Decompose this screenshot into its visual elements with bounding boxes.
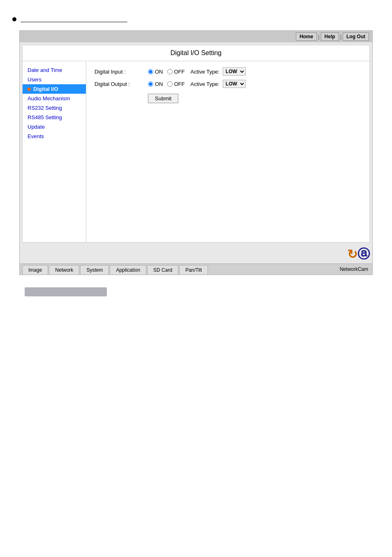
tab-system[interactable]: System xyxy=(80,265,109,275)
digital-output-radio-group: ON OFF Active Type: LOW HIGH xyxy=(148,80,246,88)
main-frame: Home | Help | Log Out Digital I/O Settin… xyxy=(19,30,373,275)
digital-input-row: Digital Input : ON OFF Active Type: LOW … xyxy=(95,67,361,76)
sidebar-item-audio-mechanism[interactable]: Audio Mechanism xyxy=(23,94,86,103)
tab-image[interactable]: Image xyxy=(22,265,48,275)
sidebar-item-rs232[interactable]: RS232 Setting xyxy=(23,103,86,113)
sidebar-item-digital-io[interactable]: Digital I/O xyxy=(23,84,86,94)
sidebar-label-rs232: RS232 Setting xyxy=(28,105,62,111)
home-button[interactable]: Home xyxy=(296,32,317,41)
sidebar-item-date-time[interactable]: Date and Time xyxy=(23,65,86,75)
digital-input-label: Digital Input : xyxy=(95,69,144,75)
brand-name: NetworkCam xyxy=(340,266,370,273)
main-content: Date and Time Users Digital I/O Audio Me… xyxy=(23,61,369,242)
logo-icons-row: ↻ ⓐ xyxy=(347,246,370,263)
digital-output-active-type-select[interactable]: LOW HIGH xyxy=(223,80,246,88)
camera-icon: ⓐ xyxy=(357,246,370,263)
globe-icon: ↻ xyxy=(347,247,357,261)
sidebar-item-users[interactable]: Users xyxy=(23,75,86,84)
digital-output-row: Digital Output : ON OFF Active Type: LOW… xyxy=(95,80,361,88)
sidebar-label-update: Update xyxy=(28,124,45,130)
digital-input-off-radio[interactable] xyxy=(167,69,173,74)
tab-sd-card[interactable]: SD Card xyxy=(147,265,178,275)
page-title: Digital I/O Setting xyxy=(23,45,369,61)
settings-panel: Digital Input : ON OFF Active Type: LOW … xyxy=(86,61,369,242)
sidebar-label-users: Users xyxy=(28,76,42,83)
sidebar-item-update[interactable]: Update xyxy=(23,122,86,132)
sidebar-label-events: Events xyxy=(28,133,44,139)
bullet-underline xyxy=(21,16,127,22)
help-button[interactable]: Help xyxy=(321,32,339,41)
content-area: Digital I/O Setting Date and Time Users … xyxy=(22,45,370,243)
bullet-section xyxy=(12,16,380,22)
digital-output-label: Digital Output : xyxy=(95,81,144,87)
bottom-section xyxy=(12,287,380,296)
active-dot-icon xyxy=(28,88,31,91)
bottom-tabs: Image Network System Application SD Card… xyxy=(20,263,372,275)
top-bar: Home | Help | Log Out xyxy=(20,31,372,42)
tab-application[interactable]: Application xyxy=(110,265,146,275)
sidebar-label-rs485: RS485 Setting xyxy=(28,114,62,120)
digital-output-off-label: OFF xyxy=(174,81,185,87)
digital-input-on-label: ON xyxy=(155,69,163,75)
digital-input-on-radio[interactable] xyxy=(148,69,153,74)
gray-bar xyxy=(25,287,107,296)
sidebar: Date and Time Users Digital I/O Audio Me… xyxy=(23,61,86,242)
sidebar-label-date-time: Date and Time xyxy=(28,67,62,73)
tab-network[interactable]: Network xyxy=(49,265,79,275)
digital-output-on-radio[interactable] xyxy=(148,81,153,87)
sidebar-item-rs485[interactable]: RS485 Setting xyxy=(23,113,86,122)
digital-output-on-label: ON xyxy=(155,81,163,87)
separator2: | xyxy=(340,34,342,40)
submit-button[interactable]: Submit xyxy=(148,94,178,103)
digital-input-active-type-select[interactable]: LOW HIGH xyxy=(223,67,246,76)
digital-output-off-radio[interactable] xyxy=(167,81,173,87)
logo-container: ↻ ⓐ xyxy=(20,245,372,263)
digital-input-active-type-label: Active Type: xyxy=(191,69,220,75)
tab-pan-tilt[interactable]: Pan/Tilt xyxy=(179,265,208,275)
sidebar-item-events[interactable]: Events xyxy=(23,132,86,141)
sidebar-label-digital-io: Digital I/O xyxy=(33,86,58,92)
bullet-dot xyxy=(12,17,16,21)
separator1: | xyxy=(318,34,320,40)
digital-input-off-label: OFF xyxy=(174,69,185,75)
digital-input-radio-group: ON OFF Active Type: LOW HIGH xyxy=(148,67,246,76)
sidebar-label-audio-mechanism: Audio Mechanism xyxy=(28,95,70,102)
digital-output-active-type-label: Active Type: xyxy=(191,81,220,87)
logout-button[interactable]: Log Out xyxy=(343,32,369,41)
